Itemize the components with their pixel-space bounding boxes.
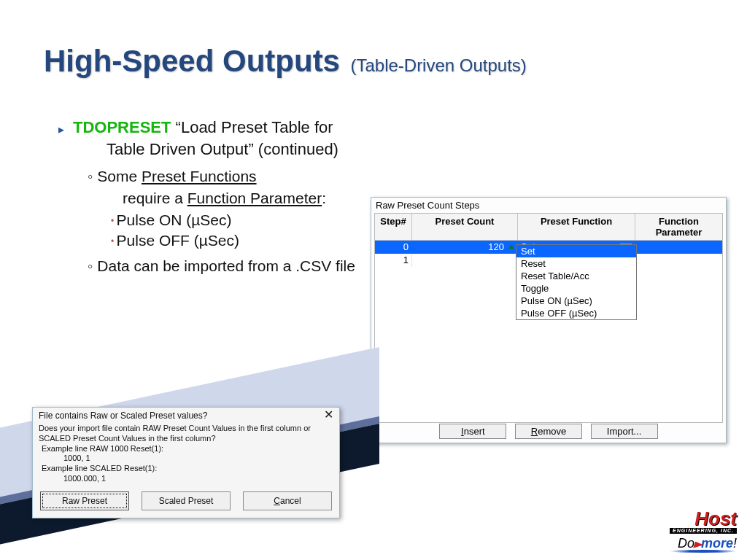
col-param[interactable]: Function Parameter (635, 214, 722, 240)
dialog-text: Does your import file contain RAW Preset… (39, 424, 333, 434)
import-dialog: File contains Raw or Scaled Preset value… (32, 407, 340, 518)
dialog-text: Example line SCALED Reset(1): (39, 464, 333, 474)
dialog-titlebar: File contains Raw or Scaled Preset value… (33, 408, 339, 424)
dropdown-option[interactable]: Pulse OFF (µSec) (516, 307, 636, 319)
title-main: High-Speed Outputs (44, 44, 340, 78)
col-step[interactable]: Step# (375, 214, 412, 240)
bullet-level2-1: Some Preset Functions require a Function… (88, 166, 365, 209)
cell-count[interactable]: 120 (412, 241, 518, 254)
raw-preset-button[interactable]: Raw Preset (40, 491, 129, 510)
cell-param[interactable] (635, 254, 722, 267)
dialog-title-text: File contains Raw or Scaled Preset value… (39, 411, 207, 421)
col-count[interactable]: Preset Count (412, 214, 518, 240)
raw-table-header: Step# Preset Count Preset Function Funct… (375, 214, 722, 241)
dropdown-option[interactable]: Toggle (516, 282, 636, 295)
bullet-level1: ▸ TDOPRESET “Load Preset Table for Table… (58, 117, 365, 160)
raw-button-bar: IInsertnsert RRemoveemove Import... (371, 424, 726, 439)
raw-panel-title: Raw Preset Count Steps (371, 198, 726, 213)
dropdown-option[interactable]: Reset Table/Acc (516, 270, 636, 282)
close-icon[interactable]: ✕ (324, 411, 333, 421)
content-block: ▸ TDOPRESET “Load Preset Table for Table… (58, 117, 365, 277)
cancel-button[interactable]: CancelCancel (243, 491, 332, 510)
slide-title: High-Speed Outputs (Table-Driven Outputs… (44, 44, 527, 79)
host-engineering-label: ENGINEERING, INC. (670, 528, 737, 534)
dropdown-option[interactable]: Reset (516, 257, 636, 270)
count-marker-icon (508, 245, 514, 249)
domore-logo: Do▸more! (670, 535, 737, 553)
raw-preset-panel: Raw Preset Count Steps Step# Preset Coun… (371, 197, 727, 443)
dialog-text: 1000.000, 1 (39, 474, 333, 484)
cell-step[interactable]: 0 (375, 241, 412, 254)
title-subtitle: (Table-Driven Outputs) (350, 55, 526, 75)
vendor-logos: Host ENGINEERING, INC. Do▸more! (670, 510, 737, 553)
scaled-preset-button[interactable]: Scaled Preset (142, 491, 231, 510)
bullet-level3-pulse-off: Pulse OFF (µSec) (111, 232, 365, 249)
preset-function-dropdown[interactable]: Set Reset Reset Table/Acc Toggle Pulse O… (516, 244, 637, 320)
domore-arrow-icon: ▸ (693, 536, 703, 552)
dialog-text: SCALED Preset Count Values in the first … (39, 434, 333, 444)
raw-table: Step# Preset Count Preset Function Funct… (374, 213, 723, 423)
dialog-text: Example line RAW 1000 Reset(1): (39, 444, 333, 454)
dialog-body: Does your import file contain RAW Preset… (33, 424, 339, 489)
dialog-button-row: Raw Preset Scaled Preset CancelCancel (33, 489, 339, 518)
bullet-level3-pulse-on: Pulse ON (µSec) (111, 211, 365, 229)
import-button[interactable]: Import... (591, 424, 658, 439)
col-func[interactable]: Preset Function (518, 214, 635, 240)
dialog-text: 1000, 1 (39, 454, 333, 464)
remove-button[interactable]: RRemoveemove (515, 424, 582, 439)
insert-button[interactable]: IInsertnsert (439, 424, 506, 439)
dropdown-option[interactable]: Set (516, 245, 636, 257)
dropdown-option[interactable]: Pulse ON (µSec) (516, 295, 636, 307)
host-logo: Host ENGINEERING, INC. (670, 510, 737, 534)
cell-step[interactable]: 1 (375, 254, 412, 267)
cell-count[interactable] (412, 254, 518, 267)
bullet-arrow-icon: ▸ (58, 122, 64, 160)
keyword-tdopreset: TDOPRESET (73, 118, 171, 136)
cell-param[interactable] (635, 241, 722, 254)
bullet-level2-2: Data can be imported from a .CSV file (88, 255, 365, 276)
preset-functions-label: Preset Functions (142, 168, 257, 184)
function-parameter-label: Function Parameter (187, 190, 322, 206)
